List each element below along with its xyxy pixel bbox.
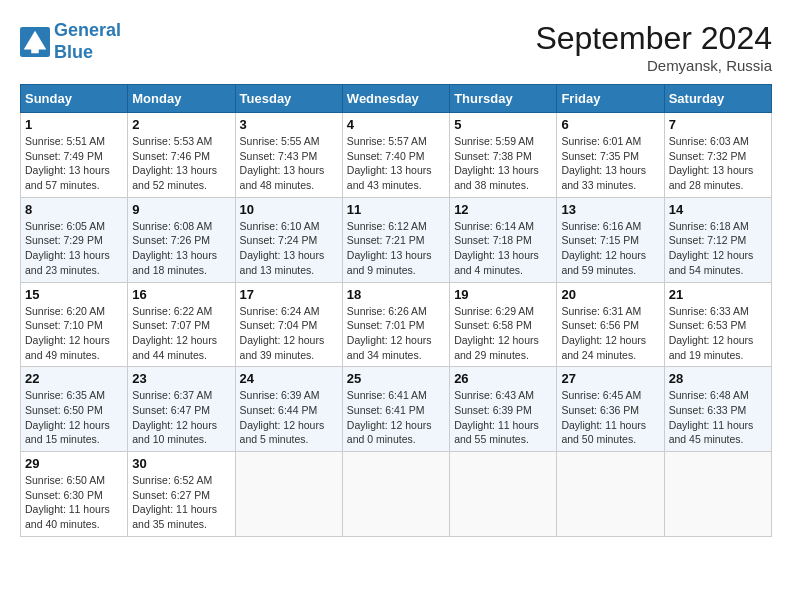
day-info: Sunrise: 6:05 AM Sunset: 7:29 PM Dayligh… [25,219,123,278]
day-number: 17 [240,287,338,302]
day-number: 22 [25,371,123,386]
day-number: 8 [25,202,123,217]
day-info: Sunrise: 6:10 AM Sunset: 7:24 PM Dayligh… [240,219,338,278]
calendar-cell: 1Sunrise: 5:51 AM Sunset: 7:49 PM Daylig… [21,113,128,198]
calendar-cell: 3Sunrise: 5:55 AM Sunset: 7:43 PM Daylig… [235,113,342,198]
day-number: 18 [347,287,445,302]
day-info: Sunrise: 5:59 AM Sunset: 7:38 PM Dayligh… [454,134,552,193]
day-info: Sunrise: 6:52 AM Sunset: 6:27 PM Dayligh… [132,473,230,532]
day-number: 10 [240,202,338,217]
day-info: Sunrise: 6:12 AM Sunset: 7:21 PM Dayligh… [347,219,445,278]
calendar-cell: 8Sunrise: 6:05 AM Sunset: 7:29 PM Daylig… [21,197,128,282]
calendar-table: SundayMondayTuesdayWednesdayThursdayFrid… [20,84,772,537]
page-header: General Blue September 2024 Demyansk, Ru… [20,20,772,74]
day-number: 25 [347,371,445,386]
calendar-cell: 24Sunrise: 6:39 AM Sunset: 6:44 PM Dayli… [235,367,342,452]
calendar-cell: 13Sunrise: 6:16 AM Sunset: 7:15 PM Dayli… [557,197,664,282]
day-number: 20 [561,287,659,302]
weekday-header-thursday: Thursday [450,85,557,113]
day-info: Sunrise: 6:08 AM Sunset: 7:26 PM Dayligh… [132,219,230,278]
calendar-cell: 26Sunrise: 6:43 AM Sunset: 6:39 PM Dayli… [450,367,557,452]
calendar-cell: 25Sunrise: 6:41 AM Sunset: 6:41 PM Dayli… [342,367,449,452]
day-info: Sunrise: 5:51 AM Sunset: 7:49 PM Dayligh… [25,134,123,193]
calendar-cell: 7Sunrise: 6:03 AM Sunset: 7:32 PM Daylig… [664,113,771,198]
day-number: 23 [132,371,230,386]
day-number: 14 [669,202,767,217]
day-number: 13 [561,202,659,217]
day-info: Sunrise: 6:35 AM Sunset: 6:50 PM Dayligh… [25,388,123,447]
day-number: 19 [454,287,552,302]
day-info: Sunrise: 6:31 AM Sunset: 6:56 PM Dayligh… [561,304,659,363]
weekday-header-tuesday: Tuesday [235,85,342,113]
calendar-week-row: 8Sunrise: 6:05 AM Sunset: 7:29 PM Daylig… [21,197,772,282]
calendar-cell: 5Sunrise: 5:59 AM Sunset: 7:38 PM Daylig… [450,113,557,198]
calendar-cell: 23Sunrise: 6:37 AM Sunset: 6:47 PM Dayli… [128,367,235,452]
weekday-header-friday: Friday [557,85,664,113]
day-info: Sunrise: 6:24 AM Sunset: 7:04 PM Dayligh… [240,304,338,363]
calendar-cell [557,452,664,537]
day-number: 24 [240,371,338,386]
day-number: 16 [132,287,230,302]
day-info: Sunrise: 6:01 AM Sunset: 7:35 PM Dayligh… [561,134,659,193]
logo-line2: Blue [54,42,93,62]
calendar-cell: 19Sunrise: 6:29 AM Sunset: 6:58 PM Dayli… [450,282,557,367]
day-number: 1 [25,117,123,132]
day-number: 9 [132,202,230,217]
weekday-header-monday: Monday [128,85,235,113]
calendar-cell [235,452,342,537]
calendar-cell: 4Sunrise: 5:57 AM Sunset: 7:40 PM Daylig… [342,113,449,198]
weekday-header-row: SundayMondayTuesdayWednesdayThursdayFrid… [21,85,772,113]
title-block: September 2024 Demyansk, Russia [535,20,772,74]
day-info: Sunrise: 6:43 AM Sunset: 6:39 PM Dayligh… [454,388,552,447]
calendar-cell: 18Sunrise: 6:26 AM Sunset: 7:01 PM Dayli… [342,282,449,367]
day-info: Sunrise: 6:45 AM Sunset: 6:36 PM Dayligh… [561,388,659,447]
logo-icon [20,27,50,57]
day-info: Sunrise: 6:03 AM Sunset: 7:32 PM Dayligh… [669,134,767,193]
logo-line1: General [54,20,121,40]
day-number: 27 [561,371,659,386]
calendar-week-row: 29Sunrise: 6:50 AM Sunset: 6:30 PM Dayli… [21,452,772,537]
svg-rect-2 [31,42,39,53]
calendar-cell: 9Sunrise: 6:08 AM Sunset: 7:26 PM Daylig… [128,197,235,282]
day-number: 15 [25,287,123,302]
calendar-cell: 21Sunrise: 6:33 AM Sunset: 6:53 PM Dayli… [664,282,771,367]
weekday-header-saturday: Saturday [664,85,771,113]
logo: General Blue [20,20,121,63]
calendar-cell: 16Sunrise: 6:22 AM Sunset: 7:07 PM Dayli… [128,282,235,367]
calendar-cell: 22Sunrise: 6:35 AM Sunset: 6:50 PM Dayli… [21,367,128,452]
day-number: 3 [240,117,338,132]
calendar-cell: 27Sunrise: 6:45 AM Sunset: 6:36 PM Dayli… [557,367,664,452]
day-number: 4 [347,117,445,132]
day-info: Sunrise: 6:37 AM Sunset: 6:47 PM Dayligh… [132,388,230,447]
calendar-cell: 20Sunrise: 6:31 AM Sunset: 6:56 PM Dayli… [557,282,664,367]
day-number: 28 [669,371,767,386]
day-number: 2 [132,117,230,132]
day-info: Sunrise: 6:14 AM Sunset: 7:18 PM Dayligh… [454,219,552,278]
day-number: 12 [454,202,552,217]
calendar-cell: 30Sunrise: 6:52 AM Sunset: 6:27 PM Dayli… [128,452,235,537]
day-number: 7 [669,117,767,132]
weekday-header-wednesday: Wednesday [342,85,449,113]
day-info: Sunrise: 6:29 AM Sunset: 6:58 PM Dayligh… [454,304,552,363]
calendar-cell [450,452,557,537]
calendar-cell: 12Sunrise: 6:14 AM Sunset: 7:18 PM Dayli… [450,197,557,282]
day-info: Sunrise: 6:22 AM Sunset: 7:07 PM Dayligh… [132,304,230,363]
day-info: Sunrise: 6:39 AM Sunset: 6:44 PM Dayligh… [240,388,338,447]
calendar-week-row: 1Sunrise: 5:51 AM Sunset: 7:49 PM Daylig… [21,113,772,198]
day-info: Sunrise: 5:55 AM Sunset: 7:43 PM Dayligh… [240,134,338,193]
day-number: 26 [454,371,552,386]
day-number: 21 [669,287,767,302]
calendar-week-row: 22Sunrise: 6:35 AM Sunset: 6:50 PM Dayli… [21,367,772,452]
weekday-header-sunday: Sunday [21,85,128,113]
day-number: 30 [132,456,230,471]
calendar-cell: 17Sunrise: 6:24 AM Sunset: 7:04 PM Dayli… [235,282,342,367]
day-number: 5 [454,117,552,132]
day-info: Sunrise: 6:48 AM Sunset: 6:33 PM Dayligh… [669,388,767,447]
calendar-cell [342,452,449,537]
calendar-cell: 14Sunrise: 6:18 AM Sunset: 7:12 PM Dayli… [664,197,771,282]
day-info: Sunrise: 6:41 AM Sunset: 6:41 PM Dayligh… [347,388,445,447]
day-info: Sunrise: 6:20 AM Sunset: 7:10 PM Dayligh… [25,304,123,363]
day-info: Sunrise: 5:57 AM Sunset: 7:40 PM Dayligh… [347,134,445,193]
day-info: Sunrise: 6:16 AM Sunset: 7:15 PM Dayligh… [561,219,659,278]
day-info: Sunrise: 6:26 AM Sunset: 7:01 PM Dayligh… [347,304,445,363]
